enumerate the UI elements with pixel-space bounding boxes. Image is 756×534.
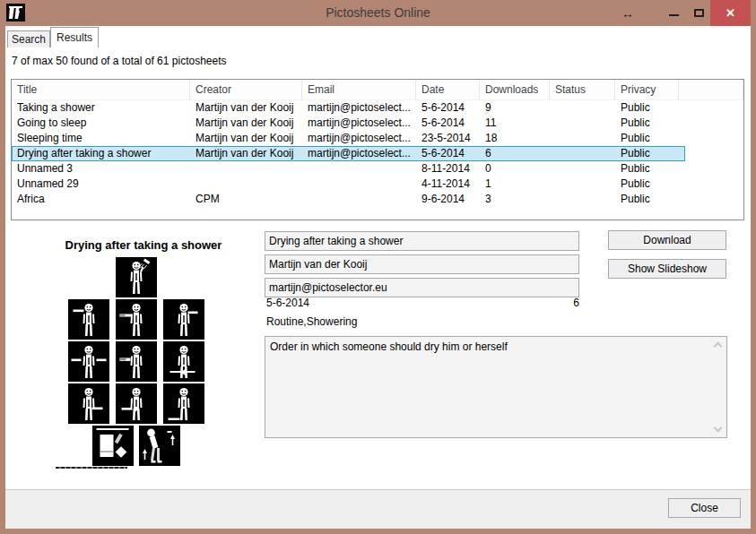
- cell-title: Sleeping time: [12, 131, 190, 146]
- cell-privacy: Public: [615, 192, 679, 207]
- pictogram-dry-chest-icon: [116, 341, 157, 382]
- minimize-icon: [669, 14, 679, 16]
- detail-title-field[interactable]: [265, 231, 579, 251]
- cell-email: martijn@pictoselect...: [302, 116, 416, 131]
- cell-creator: Martijn van der Kooij: [190, 146, 302, 161]
- detail-email-field[interactable]: [265, 278, 579, 297]
- cell-title: Drying after taking a shower: [12, 146, 190, 161]
- resize-horizontal-icon[interactable]: ↔: [614, 0, 641, 26]
- table-row[interactable]: Unnamed 3 8-11-2014 0 Public: [12, 161, 743, 177]
- cell-status: [550, 192, 615, 207]
- cell-privacy: Public: [615, 100, 679, 116]
- pictogram-towel-and-soap-icon: [92, 426, 134, 466]
- pictogram-dry-neck-icon: [163, 299, 204, 340]
- detail-downloads-count: 6: [530, 297, 579, 309]
- cell-downloads: 1: [480, 177, 550, 192]
- column-header-creator[interactable]: Creator: [190, 80, 302, 100]
- table-row[interactable]: Taking a shower Martijn van der Kooij ma…: [12, 100, 743, 116]
- show-slideshow-button[interactable]: Show Slideshow: [608, 259, 726, 279]
- window-title: Pictosheets Online: [0, 0, 756, 26]
- table-row-selected[interactable]: Drying after taking a shower Martijn van…: [12, 146, 685, 161]
- cell-email: [302, 161, 416, 177]
- cell-title: Unnamed 29: [12, 177, 190, 192]
- description-box: Order in which someone should dry him or…: [265, 336, 727, 438]
- cell-creator: Martijn van der Kooij: [190, 116, 302, 131]
- cell-date: 5-6-2014: [416, 116, 480, 131]
- pictogram-shower-icon: [116, 257, 157, 297]
- tab-results[interactable]: Results: [50, 27, 99, 47]
- detail-creator-field[interactable]: [265, 254, 579, 274]
- table-row[interactable]: Unnamed 29 4-11-2014 1 Public: [12, 177, 743, 192]
- app-window: Pictosheets Online ↔ ✕ Search Results 7 …: [0, 0, 756, 534]
- pictogram-get-dressed-icon: [139, 426, 180, 466]
- cell-email: [302, 192, 416, 207]
- pictogram-dry-hip-icon: [68, 383, 109, 424]
- cell-privacy: Public: [615, 161, 679, 177]
- cell-downloads: 0: [480, 161, 550, 177]
- cell-title: Unnamed 3: [12, 161, 190, 177]
- column-header-title[interactable]: Title: [12, 80, 190, 100]
- cell-downloads: 18: [480, 131, 550, 146]
- column-header-privacy[interactable]: Privacy: [615, 80, 679, 100]
- pictogram-dry-face-icon: [116, 299, 157, 340]
- cell-date: 9-6-2014: [416, 192, 480, 207]
- cell-date: 23-5-2014: [416, 131, 480, 146]
- cell-email: martijn@pictoselect...: [302, 100, 416, 116]
- tab-search[interactable]: Search: [7, 30, 50, 47]
- pictogram-dry-groin-icon: [116, 383, 157, 424]
- cell-downloads: 9: [480, 100, 550, 116]
- cell-email: martijn@pictoselect...: [302, 131, 416, 146]
- preview-title: Drying after taking a shower: [49, 238, 238, 252]
- results-table: Title Creator Email Date Downloads Statu…: [11, 79, 744, 220]
- table-row[interactable]: Sleeping time Martijn van der Kooij mart…: [12, 131, 743, 146]
- bottom-bar: Close: [5, 489, 751, 529]
- download-button[interactable]: Download: [608, 230, 726, 250]
- cell-creator: [190, 177, 302, 192]
- preview-fineprint-line: [56, 467, 127, 469]
- table-row[interactable]: Africa CPM 9-6-2014 3 Public: [12, 192, 743, 207]
- cell-creator: [190, 161, 302, 177]
- cell-date: 5-6-2014: [416, 100, 480, 116]
- cell-status: [550, 100, 615, 116]
- cell-date: 8-11-2014: [416, 161, 480, 177]
- maximize-button[interactable]: [686, 0, 711, 26]
- cell-status: [550, 116, 615, 131]
- cell-privacy: Public: [615, 177, 679, 192]
- column-header-status[interactable]: Status: [550, 80, 615, 100]
- cell-downloads: 11: [480, 116, 550, 131]
- table-header: Title Creator Email Date Downloads Statu…: [12, 80, 743, 100]
- cell-downloads: 6: [480, 146, 550, 161]
- description-textarea[interactable]: Order in which someone should dry him or…: [265, 337, 726, 437]
- pictogram-dry-back-icon: [163, 341, 204, 382]
- column-header-filler: [679, 80, 743, 100]
- cell-title: Going to sleep: [12, 116, 190, 131]
- cell-email: martijn@pictoselect...: [302, 146, 416, 161]
- cell-status: [550, 131, 615, 146]
- cell-status: [550, 161, 615, 177]
- cell-email: [302, 177, 416, 192]
- table-row[interactable]: Going to sleep Martijn van der Kooij mar…: [12, 116, 743, 131]
- cell-date: 4-11-2014: [416, 177, 480, 192]
- close-dialog-button[interactable]: Close: [668, 498, 741, 518]
- pictogram-dry-feet-icon: [163, 383, 204, 424]
- cell-date: 5-6-2014: [416, 146, 480, 161]
- cell-privacy: Public: [615, 146, 679, 161]
- pictogram-dry-arms-icon: [68, 341, 109, 382]
- column-header-downloads[interactable]: Downloads: [480, 80, 550, 100]
- detail-categories-text: Routine,Showering: [266, 315, 357, 328]
- pictogram-dry-hair-icon: [68, 299, 109, 340]
- column-header-date[interactable]: Date: [416, 80, 480, 100]
- column-header-email[interactable]: Email: [302, 80, 416, 100]
- cell-creator: Martijn van der Kooij: [190, 100, 302, 116]
- cell-creator: Martijn van der Kooij: [190, 131, 302, 146]
- maximize-icon: [694, 9, 704, 17]
- cell-privacy: Public: [615, 116, 679, 131]
- cell-title: Africa: [12, 192, 190, 207]
- close-window-button[interactable]: ✕: [710, 0, 751, 26]
- cell-status: [550, 177, 615, 192]
- title-bar[interactable]: Pictosheets Online ↔ ✕: [0, 0, 756, 26]
- cell-status: [550, 146, 615, 161]
- minimize-button[interactable]: [661, 0, 686, 26]
- cell-creator: CPM: [190, 192, 302, 207]
- results-summary: 7 of max 50 found of a total of 61 picto…: [12, 55, 227, 67]
